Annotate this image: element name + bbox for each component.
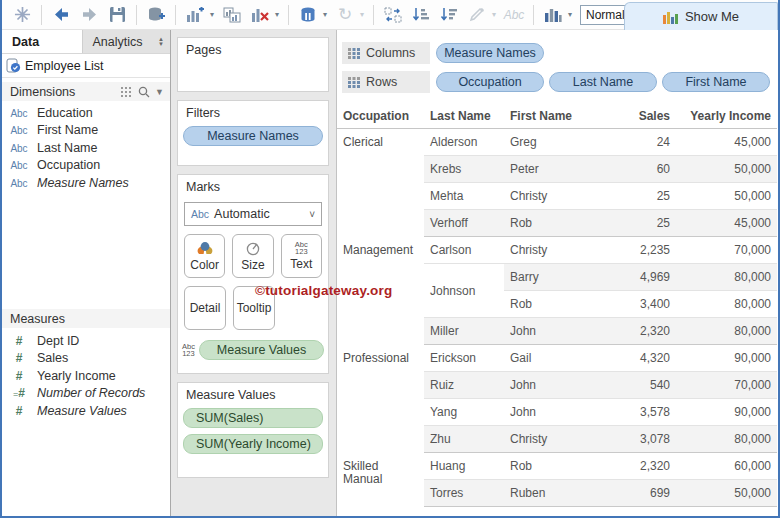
income-cell[interactable]: 80,000 — [676, 318, 777, 345]
occupation-cell[interactable]: Management — [337, 237, 424, 345]
marks-measure-values-pill[interactable]: Measure Values — [199, 340, 324, 360]
sales-cell[interactable]: 25 — [600, 210, 676, 237]
last-name-cell[interactable]: Yang — [424, 399, 504, 426]
last-name-cell[interactable]: Krebs — [424, 156, 504, 183]
dimension-item-occupation[interactable]: AbcOccupation — [2, 157, 170, 175]
highlight-caret-icon[interactable]: ▾ — [492, 10, 500, 19]
first-name-cell[interactable]: John — [504, 318, 600, 345]
measure-values-pill-sum-sales-[interactable]: SUM(Sales) — [183, 408, 323, 428]
sales-cell[interactable]: 4,320 — [600, 345, 676, 372]
measure-values-pill-sum-yearly-income-[interactable]: SUM(Yearly Income) — [183, 434, 323, 454]
income-cell[interactable]: 50,000 — [676, 156, 777, 183]
view-options-icon[interactable] — [121, 87, 133, 97]
tableau-logo-icon[interactable] — [11, 3, 33, 27]
text-button[interactable]: Abc123 Text — [281, 234, 322, 278]
last-name-cell[interactable]: Erickson — [424, 345, 504, 372]
dimension-item-education[interactable]: AbcEducation — [2, 104, 170, 122]
income-cell[interactable]: 80,000 — [676, 264, 777, 291]
last-name-cell[interactable]: Zhu — [424, 426, 504, 453]
measure-item-yearly-income[interactable]: #Yearly Income — [2, 367, 170, 385]
income-cell[interactable]: 50,000 — [676, 480, 777, 507]
sales-cell[interactable]: 25 — [600, 183, 676, 210]
pause-auto-updates-caret-icon[interactable]: ▾ — [323, 10, 331, 19]
sales-cell[interactable]: 3,078 — [600, 426, 676, 453]
first-name-cell[interactable]: John — [504, 372, 600, 399]
filter-pill-measure-names[interactable]: Measure Names — [183, 126, 323, 146]
first-name-cell[interactable]: Greg — [504, 129, 600, 156]
sales-cell[interactable]: 699 — [600, 480, 676, 507]
columns-pill-measure-names[interactable]: Measure Names — [436, 43, 544, 63]
first-name-cell[interactable]: Rob — [504, 453, 600, 480]
measure-item-measure-values[interactable]: #Measure Values — [2, 402, 170, 420]
sales-cell[interactable]: 24 — [600, 129, 676, 156]
column-header-first-name[interactable]: First Name — [504, 105, 600, 129]
dimension-item-last-name[interactable]: AbcLast Name — [2, 139, 170, 157]
tooltip-button[interactable]: Tooltip — [233, 286, 275, 330]
income-cell[interactable]: 70,000 — [676, 237, 777, 264]
mark-type-dropdown[interactable]: Abc Automatic ˅ — [184, 202, 322, 226]
clear-sheet-icon[interactable] — [249, 3, 271, 27]
sort-ascending-icon[interactable] — [410, 3, 432, 27]
sales-cell[interactable]: 4,969 — [600, 264, 676, 291]
fit-axes-caret-icon[interactable]: ▾ — [568, 10, 576, 19]
first-name-cell[interactable]: Rob — [504, 291, 600, 318]
sales-cell[interactable]: 3,400 — [600, 291, 676, 318]
income-cell[interactable]: 70,000 — [676, 372, 777, 399]
refresh-icon[interactable]: ↻ — [334, 3, 356, 27]
first-name-cell[interactable]: Barry — [504, 264, 600, 291]
first-name-cell[interactable]: Christy — [504, 426, 600, 453]
measure-item-number-of-records[interactable]: =#Number of Records — [2, 385, 170, 403]
occupation-cell[interactable]: Professional — [337, 345, 424, 453]
clear-sheet-caret-icon[interactable]: ▾ — [275, 10, 283, 19]
last-name-cell[interactable]: Torres — [424, 480, 504, 507]
sales-cell[interactable]: 3,578 — [600, 399, 676, 426]
tab-analytics[interactable]: Analytics — [82, 30, 152, 53]
occupation-cell[interactable]: Clerical — [337, 129, 424, 237]
dimension-item-first-name[interactable]: AbcFirst Name — [2, 122, 170, 140]
color-button[interactable]: Color — [184, 234, 225, 278]
undo-icon[interactable] — [50, 3, 72, 27]
new-worksheet-icon[interactable] — [184, 3, 206, 27]
save-icon[interactable] — [106, 3, 128, 27]
first-name-cell[interactable]: Gail — [504, 345, 600, 372]
show-mark-labels-icon[interactable]: Abc — [503, 3, 525, 27]
income-cell[interactable]: 90,000 — [676, 399, 777, 426]
last-name-cell[interactable]: Carlson — [424, 237, 504, 264]
first-name-cell[interactable]: Christy — [504, 237, 600, 264]
sales-cell[interactable]: 60 — [600, 156, 676, 183]
measure-item-sales[interactable]: #Sales — [2, 350, 170, 368]
first-name-cell[interactable]: Peter — [504, 156, 600, 183]
rows-pill-occupation[interactable]: Occupation — [436, 72, 544, 92]
sales-cell[interactable]: 540 — [600, 372, 676, 399]
last-name-cell[interactable]: Alderson — [424, 129, 504, 156]
first-name-cell[interactable]: Christy — [504, 183, 600, 210]
first-name-cell[interactable]: Ruben — [504, 480, 600, 507]
highlight-icon[interactable] — [466, 3, 488, 27]
sales-cell[interactable]: 2,235 — [600, 237, 676, 264]
rows-pill-first-name[interactable]: First Name — [662, 72, 770, 92]
fit-axes-icon[interactable] — [542, 3, 564, 27]
income-cell[interactable]: 45,000 — [676, 129, 777, 156]
redo-icon[interactable] — [78, 3, 100, 27]
column-header-yearly-income[interactable]: Yearly Income — [676, 105, 777, 129]
income-cell[interactable]: 90,000 — [676, 345, 777, 372]
swap-rows-columns-icon[interactable] — [382, 3, 404, 27]
income-cell[interactable]: 80,000 — [676, 426, 777, 453]
last-name-cell[interactable]: Miller — [424, 318, 504, 345]
refresh-caret-icon[interactable]: ▾ — [360, 10, 368, 19]
dimension-item-measure-names[interactable]: AbcMeasure Names — [2, 174, 170, 192]
rows-pill-last-name[interactable]: Last Name — [549, 72, 657, 92]
measure-item-dept-id[interactable]: #Dept ID — [2, 332, 170, 350]
sales-cell[interactable]: 2,320 — [600, 453, 676, 480]
detail-button[interactable]: Detail — [184, 286, 226, 330]
size-button[interactable]: Size — [232, 234, 273, 278]
column-header-occupation[interactable]: Occupation — [337, 105, 424, 129]
new-worksheet-caret-icon[interactable]: ▾ — [210, 10, 218, 19]
sales-cell[interactable]: 2,320 — [600, 318, 676, 345]
sort-descending-icon[interactable] — [438, 3, 460, 27]
first-name-cell[interactable]: John — [504, 399, 600, 426]
chevron-down-icon[interactable]: ▼ — [155, 87, 164, 97]
column-header-sales[interactable]: Sales — [600, 105, 676, 129]
search-icon[interactable] — [138, 86, 150, 98]
income-cell[interactable]: 60,000 — [676, 453, 777, 480]
